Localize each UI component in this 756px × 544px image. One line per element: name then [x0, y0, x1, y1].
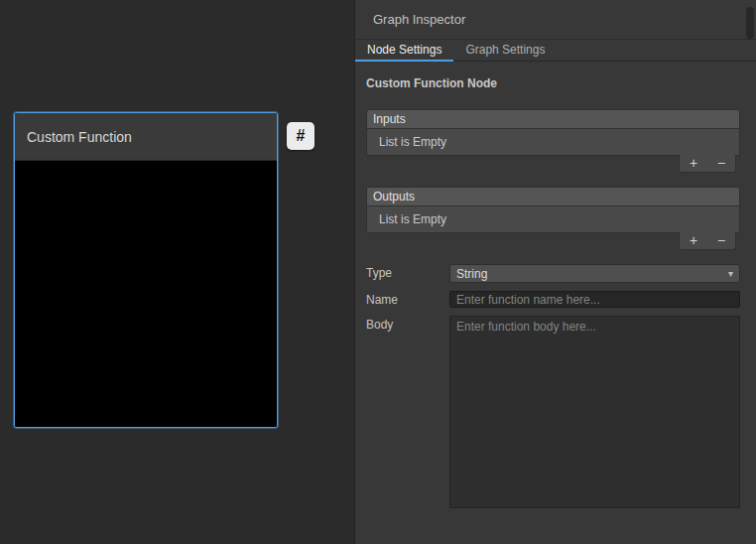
outputs-footer: + − [366, 233, 740, 251]
function-body-textarea[interactable] [449, 316, 740, 508]
inputs-footer-tab: + − [679, 155, 736, 173]
node-hash-badge[interactable]: # [287, 122, 315, 150]
graph-canvas[interactable]: Custom Function # [0, 0, 402, 544]
inputs-list: Inputs List is Empty + − [366, 109, 740, 174]
name-field-row: Name [366, 291, 740, 308]
type-field-row: Type String ▾ [366, 264, 740, 283]
field-group: Type String ▾ Name Body [366, 264, 740, 508]
section-title: Custom Function Node [366, 76, 740, 90]
tab-bar: Node Settings Graph Settings [355, 40, 756, 62]
outputs-remove-button[interactable]: − [714, 233, 728, 248]
function-name-input[interactable] [449, 291, 740, 308]
custom-function-node[interactable]: Custom Function [14, 112, 278, 428]
inputs-footer: + − [366, 156, 740, 174]
node-preview [15, 162, 277, 427]
outputs-list-box: Outputs List is Empty [366, 187, 740, 233]
tab-node-settings[interactable]: Node Settings [355, 40, 453, 61]
inputs-header: Inputs [367, 110, 739, 129]
type-label: Type [366, 264, 449, 280]
inputs-remove-button[interactable]: − [714, 156, 728, 171]
scrollbar[interactable] [746, 1, 755, 543]
name-label: Name [366, 291, 449, 307]
scrollbar-thumb[interactable] [746, 7, 754, 39]
outputs-header: Outputs [367, 188, 739, 206]
outputs-empty-row: List is Empty [367, 206, 739, 232]
tab-graph-settings[interactable]: Graph Settings [453, 40, 557, 61]
hash-icon: # [297, 127, 306, 145]
type-dropdown-value: String [456, 267, 487, 281]
inspector-content: Custom Function Node Inputs List is Empt… [355, 76, 756, 508]
inputs-empty-row: List is Empty [367, 129, 739, 155]
body-field-row: Body [366, 316, 740, 508]
type-dropdown[interactable]: String ▾ [449, 264, 740, 283]
chevron-down-icon: ▾ [728, 269, 733, 279]
node-title: Custom Function [27, 129, 132, 145]
graph-inspector-panel: Graph Inspector Node Settings Graph Sett… [354, 0, 756, 544]
outputs-add-button[interactable]: + [687, 233, 700, 248]
inputs-add-button[interactable]: + [687, 156, 700, 171]
outputs-footer-tab: + − [679, 232, 736, 250]
panel-title: Graph Inspector [355, 0, 756, 40]
body-label: Body [366, 316, 449, 332]
inputs-list-box: Inputs List is Empty [366, 109, 740, 156]
node-header[interactable]: Custom Function [15, 113, 277, 161]
outputs-list: Outputs List is Empty + − [366, 187, 740, 251]
